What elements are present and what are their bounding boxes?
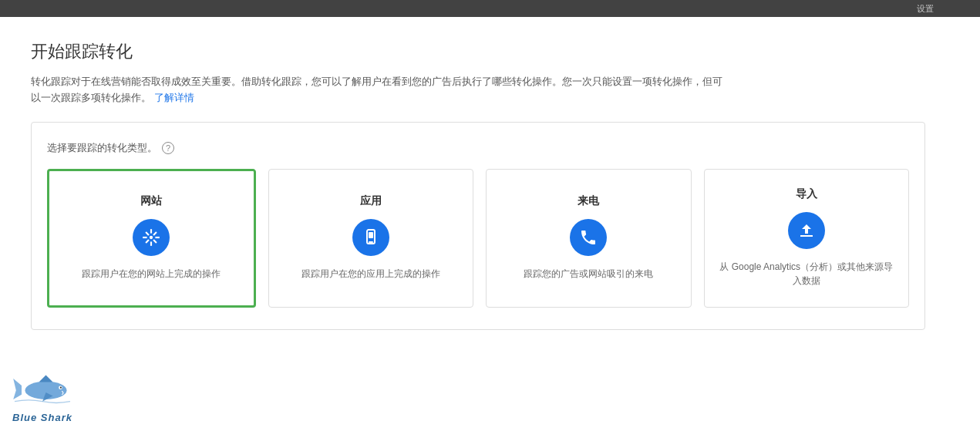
page-title: 开始跟踪转化 <box>31 40 949 63</box>
conversion-types-row: 网站 跟踪用户在您的网站上完成的操作 <box>47 169 909 308</box>
help-icon[interactable]: ? <box>162 142 174 154</box>
import-card-desc: 从 Google Analytics（分析）或其他来源导入数据 <box>717 260 897 288</box>
website-card-title: 网站 <box>140 194 162 208</box>
section-label: 选择要跟踪的转化类型。 ? <box>47 141 909 155</box>
phone-icon <box>570 219 607 256</box>
main-content: 开始跟踪转化 转化跟踪对于在线营销能否取得成效至关重要。借助转化跟踪，您可以了解… <box>0 17 980 431</box>
bottom-logo: Blue Shark <box>8 368 77 423</box>
import-card[interactable]: 导入 从 Google Analytics（分析）或其他来源导入数据 <box>704 169 910 308</box>
section-label-text: 选择要跟踪的转化类型。 <box>47 141 157 155</box>
svg-point-17 <box>60 387 62 389</box>
svg-marker-14 <box>13 379 22 399</box>
phone-card-desc: 跟踪您的广告或网站吸引的来电 <box>524 267 653 281</box>
import-card-title: 导入 <box>796 187 817 201</box>
settings-button[interactable]: 设置 <box>917 3 934 15</box>
phone-card[interactable]: 来电 跟踪您的广告或网站吸引的来电 <box>486 169 692 308</box>
svg-point-0 <box>150 235 153 238</box>
svg-rect-11 <box>369 232 373 238</box>
page-description: 转化跟踪对于在线营销能否取得成效至关重要。借助转化跟踪，您可以了解用户在看到您的… <box>31 74 725 106</box>
svg-line-7 <box>153 232 157 235</box>
phone-card-title: 来电 <box>578 194 599 208</box>
shark-logo-image <box>8 368 77 410</box>
import-icon <box>788 212 825 249</box>
svg-line-8 <box>146 240 149 243</box>
description-text: 转化跟踪对于在线营销能否取得成效至关重要。借助转化跟踪，您可以了解用户在看到您的… <box>31 76 722 103</box>
svg-marker-15 <box>39 375 53 382</box>
svg-line-6 <box>153 240 157 243</box>
website-card[interactable]: 网站 跟踪用户在您的网站上完成的操作 <box>47 169 256 308</box>
app-card[interactable]: 应用 跟踪用户在您的应用上完成的操作 <box>268 169 474 308</box>
app-card-desc: 跟踪用户在您的应用上完成的操作 <box>301 267 440 281</box>
website-card-desc: 跟踪用户在您的网站上完成的操作 <box>82 267 221 281</box>
app-icon <box>352 219 389 256</box>
conversion-type-container: 选择要跟踪的转化类型。 ? 网站 <box>31 122 925 330</box>
blue-shark-label: Blue Shark <box>12 412 72 423</box>
svg-rect-12 <box>800 235 813 237</box>
app-card-title: 应用 <box>360 194 382 208</box>
website-icon <box>133 219 170 256</box>
learn-more-link[interactable]: 了解详情 <box>154 92 194 103</box>
svg-line-5 <box>146 232 149 235</box>
top-bar: 设置 <box>0 0 980 17</box>
